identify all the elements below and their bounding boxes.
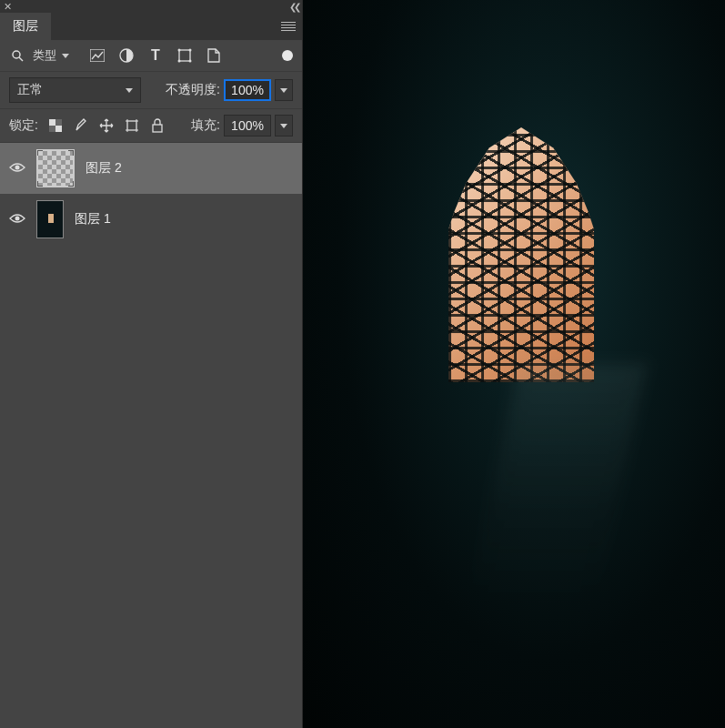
svg-rect-4 [179, 50, 190, 61]
panel-topbar: ✕ ❮❮ [0, 0, 302, 13]
lock-artboard-icon[interactable] [124, 117, 140, 134]
filter-toggle-icon[interactable] [282, 50, 293, 61]
filter-smartobject-icon[interactable] [206, 47, 222, 64]
blend-row: 正常 不透明度: [0, 72, 302, 109]
layer-thumbnail[interactable] [36, 149, 75, 187]
layers-list: 图层 2 图层 1 [0, 143, 302, 728]
close-icon[interactable]: ✕ [4, 1, 12, 13]
fill-dropdown-button[interactable] [275, 115, 293, 136]
lock-transparency-icon[interactable] [47, 117, 64, 134]
filter-shape-icon[interactable] [176, 47, 193, 64]
layer-name[interactable]: 图层 1 [75, 211, 111, 228]
svg-line-1 [19, 57, 23, 61]
svg-point-23 [15, 165, 20, 169]
filter-adjustment-icon[interactable] [118, 47, 135, 64]
search-icon [9, 47, 25, 64]
svg-rect-9 [49, 119, 55, 126]
svg-rect-12 [49, 126, 55, 132]
fill-input[interactable] [224, 115, 271, 136]
blend-mode-value: 正常 [17, 82, 43, 98]
chevron-down-icon [280, 124, 287, 128]
tab-layers[interactable]: 图层 [0, 13, 51, 40]
filter-type-text-icon[interactable]: T [147, 47, 164, 64]
svg-point-24 [15, 216, 20, 220]
chevron-down-icon [62, 54, 69, 58]
lock-all-icon[interactable] [149, 117, 166, 134]
lock-row: 锁定: [0, 109, 302, 143]
collapse-icon[interactable]: ❮❮ [289, 2, 298, 12]
blend-mode-select[interactable]: 正常 [9, 77, 141, 103]
visibility-toggle-icon[interactable] [9, 162, 25, 176]
lock-paint-icon[interactable] [73, 117, 89, 134]
svg-point-0 [13, 51, 20, 58]
svg-point-8 [189, 60, 192, 63]
panel-tabs: 图层 [0, 13, 302, 40]
svg-rect-10 [55, 126, 62, 132]
opacity-label: 不透明度: [166, 82, 220, 98]
menu-icon [281, 22, 296, 31]
layers-panel: ✕ ❮❮ 图层 类型 [0, 0, 303, 728]
layer-item[interactable]: 图层 2 [0, 143, 302, 194]
lock-position-icon[interactable] [98, 117, 115, 134]
canvas-content [468, 364, 646, 601]
svg-rect-2 [90, 49, 105, 62]
filter-type-label: 类型 [33, 47, 56, 64]
canvas-area[interactable] [303, 0, 725, 728]
opacity-dropdown-button[interactable] [275, 79, 293, 101]
svg-rect-13 [127, 121, 136, 130]
fill-label: 填充: [191, 117, 220, 134]
layer-name[interactable]: 图层 2 [86, 160, 122, 177]
svg-point-7 [178, 60, 181, 63]
chevron-down-icon [126, 88, 133, 93]
visibility-toggle-icon[interactable] [9, 213, 25, 227]
svg-point-6 [189, 49, 192, 52]
panel-menu-button[interactable] [275, 13, 302, 40]
filter-pixel-icon[interactable] [89, 47, 106, 64]
svg-rect-11 [55, 119, 62, 126]
canvas-content [448, 127, 594, 382]
opacity-input[interactable] [224, 79, 271, 101]
filter-row: 类型 T [0, 40, 302, 72]
filter-type-select[interactable]: 类型 [33, 47, 75, 64]
svg-point-5 [178, 49, 181, 52]
svg-rect-22 [153, 125, 162, 132]
lock-label: 锁定: [9, 117, 38, 134]
layer-thumbnail[interactable] [36, 200, 64, 238]
layer-item[interactable]: 图层 1 [0, 194, 302, 245]
chevron-down-icon [280, 88, 287, 93]
